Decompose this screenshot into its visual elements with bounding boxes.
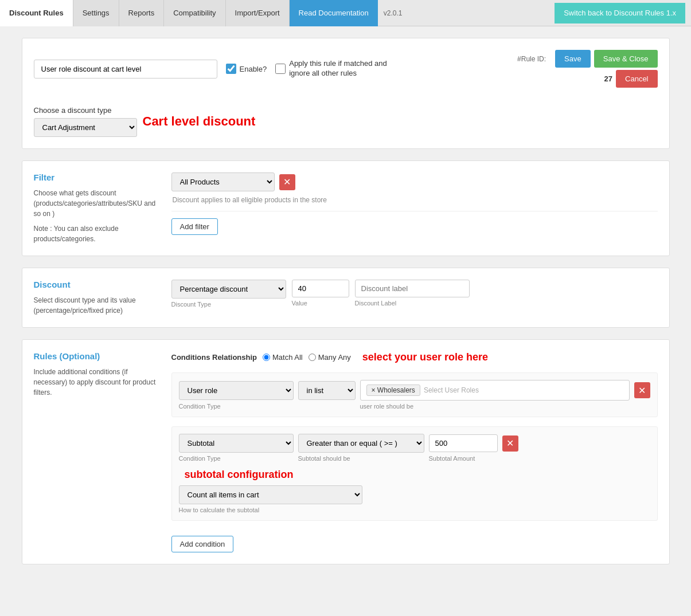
tab-import-export[interactable]: Import/Export: [226, 0, 290, 26]
calculate-label: How to calculate the subtotal: [179, 507, 650, 513]
condition-1-remove-button[interactable]: ✕: [634, 382, 650, 398]
condition-1-op-select[interactable]: in list: [298, 381, 356, 400]
add-condition-button[interactable]: Add condition: [171, 536, 234, 552]
discount-type-field-group: Percentage discount Discount Type: [171, 280, 286, 308]
rule-name-input[interactable]: [34, 60, 217, 79]
discount-section-left: Discount Select discount type and its va…: [34, 280, 160, 316]
condition-1-value-field[interactable]: × Wholesalers Select User Roles: [360, 380, 630, 401]
enable-checkbox[interactable]: [226, 64, 236, 74]
condition-2-labels: Condition Type Subtotal should be Subtot…: [179, 455, 650, 462]
condition-1-value-label: user role should be: [360, 403, 650, 410]
filter-remove-button[interactable]: ✕: [279, 174, 295, 190]
discount-type-field-label: Discount Type: [171, 301, 286, 308]
discount-type-select[interactable]: Cart Adjustment: [34, 118, 137, 137]
how-calculate-select[interactable]: Count all items in cart: [179, 485, 362, 504]
cart-level-heading: Cart level discount: [143, 114, 256, 129]
subtotal-config-heading: subtotal configuration: [185, 469, 294, 481]
rule-name-row: Enable? Apply this rule if matched and i…: [34, 50, 658, 88]
apply-rule-checkbox[interactable]: [275, 64, 286, 74]
rules-card: Rules (Optional) Include additional cond…: [22, 339, 670, 564]
condition-2-op-select[interactable]: Greater than or equal ( >= ): [298, 434, 424, 453]
discount-label-field-group: Discount Label: [355, 280, 470, 307]
enable-group: Enable?: [226, 64, 267, 74]
filter-row: All Products ✕: [171, 172, 658, 191]
match-all-group: Match All: [263, 353, 303, 362]
condition-2-type-label: Condition Type: [179, 455, 294, 462]
condition-1-row: User role in list × Wholesalers Select U…: [179, 380, 650, 401]
filter-note: Note : You can also exclude products/cat…: [34, 223, 160, 244]
filter-description: Choose what gets discount (products/cate…: [34, 188, 160, 219]
select-user-roles-placeholder: Select User Roles: [424, 386, 479, 394]
discount-value-field-group: Value: [292, 280, 349, 307]
top-navigation: Discount Rules Settings Reports Compatib…: [0, 0, 691, 26]
filter-desc-text: Discount applies to all eligible product…: [171, 196, 658, 204]
tab-settings[interactable]: Settings: [73, 0, 119, 26]
discount-type-label: Choose a discount type: [34, 106, 137, 115]
rule-id-label: #Rule ID:: [517, 55, 546, 63]
condition-1-type-label: Condition Type: [179, 403, 294, 410]
conditions-relationship-row: Conditions Relationship Match All Many A…: [171, 351, 658, 363]
filter-section-layout: Filter Choose what gets discount (produc…: [34, 172, 658, 244]
discount-description: Select discount type and its value (perc…: [34, 295, 160, 316]
tab-reports[interactable]: Reports: [119, 0, 165, 26]
save-close-button[interactable]: Save & Close: [594, 50, 658, 68]
rule-id-buttons: #Rule ID: Save Save & Close 27 Cancel: [517, 50, 657, 88]
apply-group: Apply this rule if matched and ignore al…: [275, 59, 392, 79]
tab-compatibility[interactable]: Compatibility: [164, 0, 225, 26]
condition-1-labels: Condition Type user role should be: [179, 403, 650, 410]
condition-1-op-label: [298, 403, 356, 410]
version-tag: v2.0.1: [378, 9, 408, 17]
discount-value-input[interactable]: [292, 280, 349, 297]
rules-section-layout: Rules (Optional) Include additional cond…: [34, 351, 658, 552]
condition-2-amount-input[interactable]: [429, 434, 498, 452]
add-filter-button[interactable]: Add filter: [171, 218, 218, 235]
match-all-radio[interactable]: [263, 354, 270, 361]
tab-discount-rules[interactable]: Discount Rules: [0, 0, 73, 26]
main-content: Enable? Apply this rule if matched and i…: [10, 26, 681, 587]
condition-2-type-select[interactable]: Subtotal: [179, 434, 294, 453]
discount-section-layout: Discount Select discount type and its va…: [34, 280, 658, 316]
discount-type-group: Choose a discount type Cart Adjustment: [34, 106, 137, 137]
condition-1-block: User role in list × Wholesalers Select U…: [171, 372, 658, 417]
condition-2-row: Subtotal Greater than or equal ( >= ) ✕: [179, 434, 650, 453]
filter-card: Filter Choose what gets discount (produc…: [22, 160, 670, 256]
discount-label-input[interactable]: [355, 280, 470, 297]
save-button[interactable]: Save: [555, 50, 591, 68]
wholesalers-tag: × Wholesalers: [366, 384, 420, 396]
discount-value-field-label: Value: [292, 300, 349, 307]
rule-id-top: #Rule ID: Save Save & Close: [517, 50, 657, 68]
rule-id-value: 27: [604, 74, 612, 83]
rules-section-right: Conditions Relationship Match All Many A…: [171, 351, 658, 552]
filter-title: Filter: [34, 172, 160, 182]
discount-section-right: Percentage discount Discount Type Value …: [171, 280, 658, 316]
switch-back-button[interactable]: Switch back to Discount Rules 1.x: [555, 3, 685, 23]
cancel-button[interactable]: Cancel: [616, 70, 657, 88]
many-any-radio[interactable]: [309, 354, 316, 361]
condition-1-type-select[interactable]: User role: [179, 381, 294, 400]
condition-2-block: Subtotal Greater than or equal ( >= ) ✕ …: [171, 426, 658, 521]
filter-section-left: Filter Choose what gets discount (produc…: [34, 172, 160, 244]
condition-2-remove-button[interactable]: ✕: [502, 435, 518, 452]
many-any-group: Many Any: [309, 353, 351, 362]
select-user-role-heading: select your user role here: [362, 351, 488, 363]
rules-section-left: Rules (Optional) Include additional cond…: [34, 351, 160, 552]
conditions-label: Conditions Relationship: [171, 353, 257, 362]
discount-card: Discount Select discount type and its va…: [22, 268, 670, 328]
enable-label: Enable?: [240, 65, 267, 73]
condition-2-amount-label: Subtotal Amount: [429, 455, 650, 462]
discount-type-dropdown[interactable]: Percentage discount: [171, 280, 286, 299]
tab-read-documentation[interactable]: Read Documentation: [290, 0, 378, 26]
wholesalers-tag-text: × Wholesalers: [372, 386, 415, 394]
discount-title: Discount: [34, 280, 160, 289]
filter-section-right: All Products ✕ Discount applies to all e…: [171, 172, 658, 244]
apply-label: Apply this rule if matched and ignore al…: [289, 59, 392, 79]
rule-header-card: Enable? Apply this rule if matched and i…: [22, 38, 670, 149]
discount-row: Percentage discount Discount Type Value …: [171, 280, 658, 308]
match-all-label: Match All: [272, 353, 303, 362]
discount-label-field-label: Discount Label: [355, 300, 470, 307]
filter-select[interactable]: All Products: [171, 172, 275, 191]
condition-2-op-label: Subtotal should be: [298, 455, 424, 462]
many-any-label: Many Any: [318, 353, 351, 362]
rules-description: Include additional conditions (if necess…: [34, 367, 160, 398]
rules-title: Rules (Optional): [34, 351, 160, 361]
